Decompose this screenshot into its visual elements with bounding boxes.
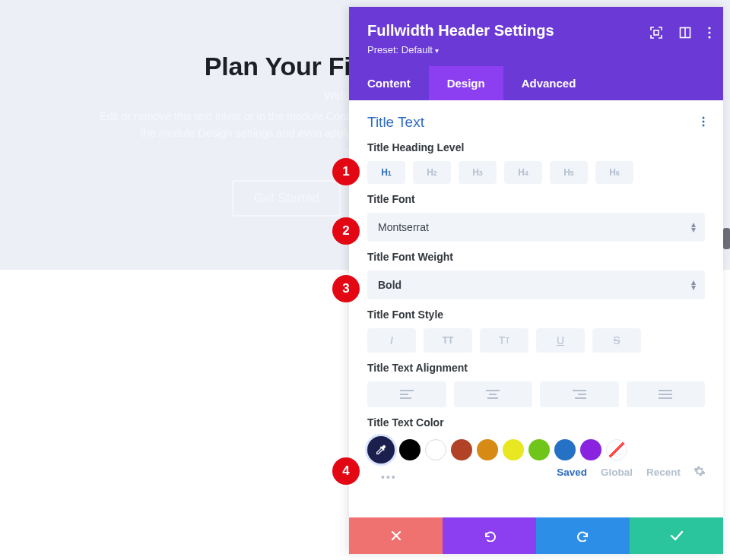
tab-design[interactable]: Design bbox=[429, 66, 503, 100]
more-colors-icon[interactable]: ••• bbox=[367, 471, 397, 483]
heading-h1[interactable]: H1 bbox=[367, 161, 405, 184]
uppercase-button[interactable]: TT bbox=[424, 328, 472, 353]
get-started-button[interactable]: Get Started bbox=[232, 180, 341, 217]
alignment-group bbox=[367, 381, 705, 407]
italic-button[interactable]: I bbox=[367, 328, 416, 353]
discard-button[interactable] bbox=[349, 517, 443, 554]
color-palette-tabs: Saved Global Recent bbox=[557, 466, 705, 483]
palette-saved[interactable]: Saved bbox=[557, 467, 587, 478]
section-menu-icon[interactable] bbox=[702, 115, 705, 131]
swatch-orange[interactable] bbox=[477, 439, 498, 460]
viewport-scrollbar[interactable] bbox=[723, 228, 730, 249]
heading-h6[interactable]: H6 bbox=[595, 161, 633, 184]
label-alignment: Title Text Alignment bbox=[367, 362, 705, 374]
tab-advanced[interactable]: Advanced bbox=[503, 66, 595, 100]
font-select[interactable]: Montserrat bbox=[367, 213, 705, 242]
annotation-badge-1: 1 bbox=[332, 158, 360, 185]
annotation-badge-4: 4 bbox=[332, 457, 360, 485]
label-font-weight: Title Font Weight bbox=[367, 251, 705, 263]
heading-h3[interactable]: H3 bbox=[459, 161, 497, 184]
svg-point-4 bbox=[708, 31, 710, 33]
swatch-blue[interactable] bbox=[554, 439, 576, 460]
palette-recent[interactable]: Recent bbox=[646, 467, 681, 478]
annotation-badge-2: 2 bbox=[332, 217, 360, 245]
palette-settings-icon[interactable] bbox=[694, 466, 705, 479]
color-swatches bbox=[367, 436, 705, 464]
align-left[interactable] bbox=[367, 381, 446, 407]
redo-button[interactable] bbox=[536, 517, 630, 554]
svg-point-8 bbox=[703, 124, 705, 126]
heading-h5[interactable]: H5 bbox=[550, 161, 588, 184]
section-title[interactable]: Title Text bbox=[367, 114, 424, 131]
font-style-group: I TT TT U S bbox=[367, 328, 705, 353]
panel-action-bar bbox=[349, 517, 723, 554]
tab-content[interactable]: Content bbox=[349, 66, 429, 100]
expand-icon[interactable] bbox=[650, 27, 662, 43]
font-weight-select[interactable]: Bold bbox=[367, 271, 705, 299]
swatch-purple[interactable] bbox=[580, 439, 601, 460]
svg-rect-0 bbox=[654, 30, 659, 35]
swatch-green[interactable] bbox=[528, 439, 550, 460]
align-center[interactable] bbox=[454, 381, 533, 407]
label-font: Title Font bbox=[367, 193, 705, 205]
annotation-badge-3: 3 bbox=[332, 275, 360, 302]
panel-header: Fullwidth Header Settings Preset: Defaul… bbox=[349, 7, 723, 66]
svg-point-3 bbox=[708, 27, 710, 29]
heading-level-group: H1 H2 H3 H4 H5 H6 bbox=[367, 161, 705, 184]
svg-point-5 bbox=[708, 36, 710, 38]
palette-global[interactable]: Global bbox=[601, 467, 633, 478]
select-caret-icon: ▴▾ bbox=[691, 280, 696, 290]
swatch-black[interactable] bbox=[399, 439, 421, 460]
kebab-menu-icon[interactable] bbox=[708, 27, 711, 43]
heading-h2[interactable]: H2 bbox=[413, 161, 451, 184]
smallcaps-button[interactable]: TT bbox=[480, 328, 528, 353]
select-caret-icon: ▴▾ bbox=[691, 222, 696, 233]
panel-body: Title Text Title Heading Level H1 H2 H3 … bbox=[349, 100, 723, 517]
label-font-style: Title Font Style bbox=[367, 308, 705, 321]
svg-point-7 bbox=[703, 120, 705, 122]
panel-tabs: Content Design Advanced bbox=[349, 66, 723, 100]
columns-icon[interactable] bbox=[679, 27, 691, 43]
label-text-color: Title Text Color bbox=[367, 416, 705, 429]
swatch-yellow[interactable] bbox=[503, 439, 524, 460]
preset-dropdown[interactable]: Preset: Default bbox=[367, 44, 705, 55]
swatch-red[interactable] bbox=[451, 439, 472, 460]
heading-h4[interactable]: H4 bbox=[504, 161, 542, 184]
swatch-white[interactable] bbox=[425, 439, 446, 460]
align-right[interactable] bbox=[540, 381, 619, 407]
undo-button[interactable] bbox=[443, 517, 536, 554]
svg-point-6 bbox=[703, 116, 705, 119]
settings-panel: Fullwidth Header Settings Preset: Defaul… bbox=[349, 7, 723, 554]
save-button[interactable] bbox=[630, 517, 723, 554]
label-heading-level: Title Heading Level bbox=[367, 141, 705, 153]
underline-button[interactable]: U bbox=[536, 328, 585, 353]
eyedropper-button[interactable] bbox=[367, 436, 395, 464]
strikethrough-button[interactable]: S bbox=[592, 328, 641, 353]
align-justify[interactable] bbox=[627, 381, 706, 407]
swatch-transparent[interactable] bbox=[606, 439, 627, 460]
